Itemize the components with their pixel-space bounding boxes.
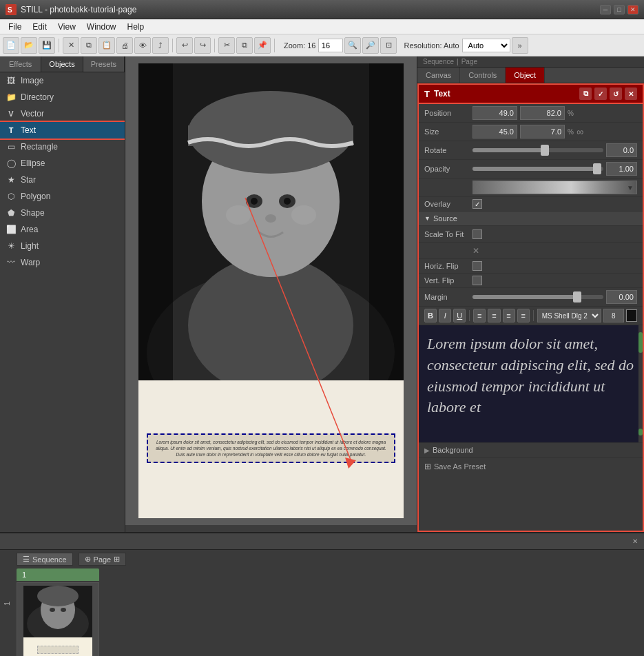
menu-help[interactable]: Help	[122, 21, 150, 33]
align-center-button[interactable]: ≡	[488, 309, 500, 322]
position-label: Position	[424, 109, 472, 117]
opacity-slider[interactable]	[472, 167, 603, 171]
tab-canvas[interactable]: Canvas	[417, 68, 460, 83]
undo-button[interactable]: ↩	[176, 37, 193, 54]
object-item-light[interactable]: ☀ Light	[0, 238, 125, 254]
position-row: Position %	[419, 104, 643, 123]
size-h-input[interactable]	[520, 125, 565, 139]
color-gradient-picker[interactable]: ▼	[472, 181, 637, 194]
minimize-button[interactable]: ─	[600, 5, 611, 14]
page-add-icon[interactable]: ⊕	[85, 555, 91, 564]
canvas-wrapper: Lorem ipsum dolor sit amet, consectetur …	[125, 57, 417, 532]
underline-button[interactable]: U	[453, 309, 466, 322]
scrollbar-thumb[interactable]	[638, 332, 643, 353]
object-item-rectangle[interactable]: ▭ Rectangle	[0, 139, 125, 155]
zoom-fit-button[interactable]: ⊡	[380, 37, 397, 54]
menu-file[interactable]: File	[3, 21, 27, 33]
align-justify-button[interactable]: ≡	[517, 309, 530, 322]
object-item-ellipse[interactable]: ◯ Ellipse	[0, 155, 125, 172]
zoom-out-button[interactable]: 🔎	[362, 37, 379, 54]
opacity-value-input[interactable]	[606, 162, 637, 176]
resolution-select[interactable]: Auto 72 DPI 150 DPI 300 DPI	[462, 39, 510, 52]
object-item-vector[interactable]: V Vector	[0, 105, 125, 122]
font-name-select[interactable]: MS Shell Dlg 2	[537, 309, 601, 322]
preview-button[interactable]: 👁	[134, 37, 151, 54]
horiz-flip-row: Horiz. Flip	[419, 259, 643, 274]
delete-button[interactable]: ✕	[63, 37, 79, 54]
object-item-text[interactable]: T Text	[0, 122, 125, 139]
text-box-overlay[interactable]: Lorem ipsum dolor sit amet, consectetur …	[147, 433, 395, 463]
paste-button[interactable]: 📋	[98, 37, 115, 54]
paste-file-button[interactable]: 📌	[254, 37, 271, 54]
text-color-picker[interactable]	[626, 309, 637, 322]
align-right-button[interactable]: ≡	[503, 309, 515, 322]
zoom-input[interactable]	[318, 39, 343, 52]
object-item-image[interactable]: 🖼 Image	[0, 72, 125, 89]
vert-flip-checkbox[interactable]	[472, 276, 482, 285]
copy-button[interactable]: ⧉	[81, 37, 97, 54]
tab-controls[interactable]: Controls	[460, 68, 506, 83]
font-size-input[interactable]	[603, 309, 624, 322]
panel-close-button[interactable]: ✕	[625, 88, 637, 100]
scale-to-fit-checkbox[interactable]	[472, 229, 482, 239]
close-button[interactable]: ✕	[627, 5, 638, 14]
vert-flip-row: Vert. Flip	[419, 274, 643, 288]
save-button[interactable]: 💾	[39, 37, 55, 54]
object-item-directory[interactable]: 📁 Directory	[0, 89, 125, 105]
sequence-link[interactable]: Sequence	[423, 58, 454, 65]
menu-window[interactable]: Window	[81, 21, 122, 33]
cut-button[interactable]: ✂	[218, 37, 235, 54]
link-icon[interactable]: ∞	[577, 126, 583, 137]
page-thumbnail-block[interactable]	[17, 582, 99, 656]
rotate-value-input[interactable]	[606, 143, 637, 157]
print-button[interactable]: 🖨	[116, 37, 133, 54]
save-preset-button[interactable]: ⊞ Save As Preset	[424, 462, 637, 471]
tab-object[interactable]: Object	[506, 68, 545, 83]
svg-point-12	[284, 198, 291, 205]
panel-refresh-button[interactable]: ↺	[610, 88, 622, 100]
horiz-flip-checkbox[interactable]	[472, 261, 482, 271]
overlay-checkbox[interactable]	[472, 199, 482, 209]
open-button[interactable]: 📂	[21, 37, 37, 54]
source-section-header[interactable]: ▼ Source	[419, 212, 643, 226]
menu-edit[interactable]: Edit	[27, 21, 52, 33]
scrollbar-thumb-2[interactable]	[638, 429, 643, 435]
separator-2	[172, 39, 173, 52]
object-item-shape[interactable]: ⬟ Shape	[0, 205, 125, 221]
background-section[interactable]: ▶ Background	[419, 442, 643, 457]
new-button[interactable]: 📄	[3, 37, 19, 54]
italic-button[interactable]: I	[439, 309, 451, 322]
object-item-polygon[interactable]: ⬡ Polygon	[0, 188, 125, 205]
export-button[interactable]: ⤴	[152, 37, 169, 54]
panel-check-button[interactable]: ✓	[594, 88, 607, 100]
rotate-slider[interactable]	[472, 148, 603, 152]
page-item: ⊕ Page ⊞	[79, 553, 127, 566]
tab-objects[interactable]: Objects	[41, 57, 83, 72]
panel-copy-button[interactable]: ⧉	[579, 88, 592, 100]
object-item-warp[interactable]: 〰 Warp	[0, 254, 125, 271]
menu-view[interactable]: View	[52, 21, 81, 33]
maximize-button[interactable]: □	[614, 5, 625, 14]
position-inputs: %	[472, 106, 637, 120]
zoom-in-button[interactable]: 🔍	[344, 37, 361, 54]
object-item-area[interactable]: ⬜ Area	[0, 221, 125, 238]
redo-button[interactable]: ↪	[194, 37, 211, 54]
copy-file-button[interactable]: ⧉	[236, 37, 253, 54]
page-link[interactable]: Page	[461, 58, 477, 65]
size-w-input[interactable]	[472, 125, 517, 139]
bold-button[interactable]: B	[424, 309, 437, 322]
object-label-vector: Vector	[21, 109, 44, 119]
align-left-button[interactable]: ≡	[473, 309, 486, 322]
position-y-input[interactable]	[520, 106, 565, 120]
object-item-star[interactable]: ★ Star	[0, 172, 125, 188]
tab-effects[interactable]: Effects	[0, 57, 41, 72]
bottom-close-icon[interactable]: ✕	[629, 535, 641, 548]
panel-title: Text	[434, 89, 450, 99]
tab-presets[interactable]: Presets	[83, 57, 125, 72]
more-button[interactable]: »	[512, 37, 528, 54]
position-x-input[interactable]	[472, 106, 517, 120]
text-content-area[interactable]: Lorem ipsum dolor sit amet, consectetur …	[419, 325, 643, 442]
canvas-area[interactable]: Lorem ipsum dolor sit amet, consectetur …	[125, 57, 417, 525]
margin-value-input[interactable]	[606, 290, 637, 304]
margin-slider[interactable]	[472, 295, 603, 299]
